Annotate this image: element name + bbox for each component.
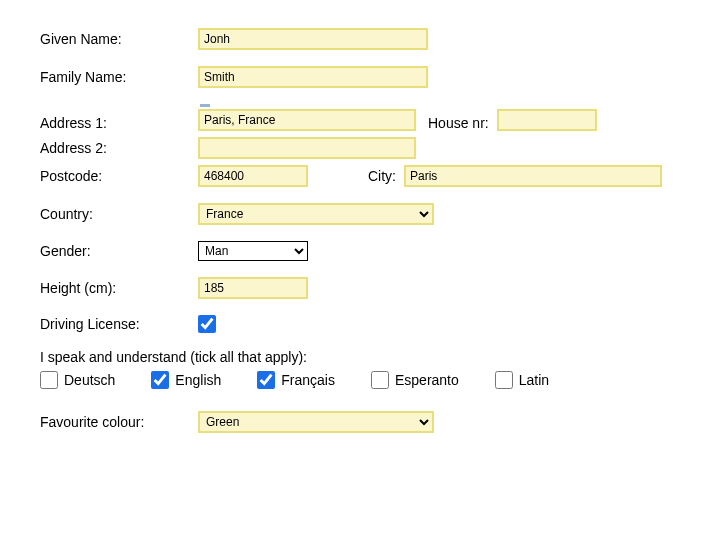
favourite-colour-select[interactable]: Green: [198, 411, 434, 433]
lang-checkbox-latin[interactable]: [495, 371, 513, 389]
house-nr-input[interactable]: [497, 109, 597, 131]
lang-label-text: Latin: [519, 372, 549, 388]
given-name-label: Given Name:: [40, 31, 198, 47]
address2-input[interactable]: [198, 137, 416, 159]
family-name-input[interactable]: [198, 66, 428, 88]
postcode-input[interactable]: [198, 165, 308, 187]
favourite-colour-label: Favourite colour:: [40, 414, 198, 430]
given-name-input[interactable]: [198, 28, 428, 50]
lang-item-english[interactable]: English: [151, 371, 221, 389]
lang-item-deutsch[interactable]: Deutsch: [40, 371, 115, 389]
address1-label: Address 1:: [40, 115, 198, 131]
lang-label-text: Deutsch: [64, 372, 115, 388]
lang-label-text: Esperanto: [395, 372, 459, 388]
city-input[interactable]: [404, 165, 662, 187]
height-label: Height (cm):: [40, 280, 198, 296]
postcode-label: Postcode:: [40, 168, 198, 184]
gender-label: Gender:: [40, 243, 198, 259]
lang-checkbox-francais[interactable]: [257, 371, 275, 389]
city-label: City:: [368, 168, 396, 184]
lang-checkbox-esperanto[interactable]: [371, 371, 389, 389]
lang-checkbox-deutsch[interactable]: [40, 371, 58, 389]
country-label: Country:: [40, 206, 198, 222]
height-input[interactable]: [198, 277, 308, 299]
address2-label: Address 2:: [40, 140, 198, 156]
lang-label-text: Français: [281, 372, 335, 388]
family-name-label: Family Name:: [40, 69, 198, 85]
country-select[interactable]: France: [198, 203, 434, 225]
address1-input[interactable]: [198, 109, 416, 131]
resize-mark-icon: [200, 104, 210, 107]
driving-license-checkbox[interactable]: [198, 315, 216, 333]
house-nr-label: House nr:: [428, 115, 489, 131]
lang-label-text: English: [175, 372, 221, 388]
languages-prompt: I speak and understand (tick all that ap…: [40, 349, 671, 365]
lang-item-esperanto[interactable]: Esperanto: [371, 371, 459, 389]
lang-item-latin[interactable]: Latin: [495, 371, 549, 389]
lang-item-francais[interactable]: Français: [257, 371, 335, 389]
driving-license-label: Driving License:: [40, 316, 198, 332]
languages-row: Deutsch English Français Esperanto Latin: [40, 371, 671, 389]
lang-checkbox-english[interactable]: [151, 371, 169, 389]
gender-select[interactable]: Man: [198, 241, 308, 261]
